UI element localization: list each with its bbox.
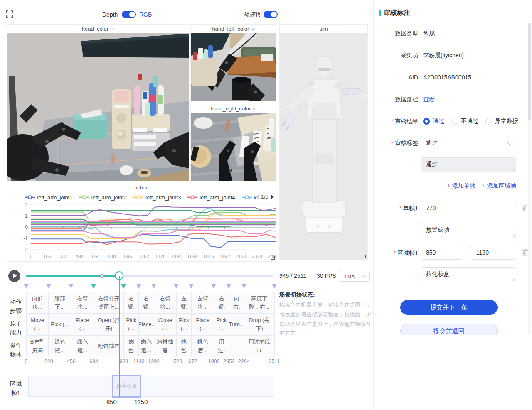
timeline-marker[interactable]: [211, 284, 216, 289]
chevron-down-icon[interactable]: [111, 26, 115, 30]
step-cell[interactable]: 左臂将...: [192, 292, 214, 314]
review-result-option[interactable]: 通过: [423, 118, 444, 125]
timeline-marker[interactable]: [69, 284, 74, 289]
add-single-frame-link[interactable]: + 添加单帧: [447, 182, 475, 190]
review-panel: 审核标注 数据类型: 常规 采集员: 李轶晨(liyichen) AID: A2…: [374, 0, 532, 335]
review-result-option[interactable]: 不通过: [451, 118, 478, 125]
step-cell[interactable]: 左臂.: [177, 292, 192, 314]
play-button[interactable]: [8, 270, 20, 282]
review-tag-select[interactable]: 通过: [421, 136, 516, 150]
submit-next-button[interactable]: 提交并下一条: [400, 300, 498, 315]
region-end-input[interactable]: 1150: [471, 246, 516, 260]
step-cell[interactable]: 桃色唇...: [192, 336, 214, 357]
chevron-down-icon[interactable]: [253, 106, 257, 110]
step-cell[interactable]: Pick (...: [214, 314, 229, 336]
timeline-marker[interactable]: [121, 284, 126, 289]
step-cell[interactable]: Turn...: [229, 314, 244, 336]
step-cell[interactable]: Place (...: [192, 314, 214, 336]
step-cell[interactable]: B户型房间: [26, 336, 49, 357]
segment-right-grip[interactable]: [138, 383, 138, 390]
scene-initial-state: 场景初始状态: 梳妆台在机器人前，化妆盒在桌面上，化妆盒的侧边摆放着物品，化妆品…: [279, 291, 372, 338]
timeline-marker[interactable]: [151, 284, 156, 289]
fullscreen-icon[interactable]: [5, 10, 14, 18]
resize-handle-icon[interactable]: [362, 255, 366, 258]
resize-handle-icon[interactable]: [271, 256, 275, 260]
timeline-marker[interactable]: [136, 284, 141, 289]
step-cell[interactable]: [229, 336, 244, 357]
step-cell[interactable]: 右臂.: [139, 292, 154, 314]
delete-region-frame-icon[interactable]: [522, 249, 529, 256]
step-cell[interactable]: 用过的纸巾: [244, 336, 275, 357]
timeline-marker[interactable]: [272, 284, 277, 289]
step-cell[interactable]: 绿色瓶...: [71, 336, 94, 357]
single-frame-input[interactable]: 770: [421, 201, 516, 215]
step-cell[interactable]: 右臂将...: [154, 292, 177, 314]
step-cell[interactable]: Close (...: [154, 314, 177, 336]
timeline-marker[interactable]: [226, 284, 231, 289]
single-frame-label: 单帧1:: [374, 205, 420, 212]
delete-single-frame-icon[interactable]: [522, 204, 529, 212]
step-cell[interactable]: Drop (丢下): [244, 314, 275, 336]
timeline-marker[interactable]: [46, 284, 51, 289]
step-cell[interactable]: Pick (...: [124, 314, 139, 336]
step-cell[interactable]: Place..: [139, 314, 154, 336]
legend-marker-icon: [133, 195, 143, 199]
step-cell[interactable]: 右臂.: [214, 292, 229, 314]
legend-item[interactable]: left_arm_joint2: [79, 194, 127, 201]
step-cell[interactable]: 向右.: [229, 292, 244, 314]
step-cell[interactable]: 右臂将...: [71, 292, 94, 314]
step-cell[interactable]: Pick (...: [177, 314, 192, 336]
step-cell[interactable]: 右臂.: [124, 292, 139, 314]
legend-item[interactable]: left_arm_joint1: [25, 194, 72, 201]
section-accent-bar: [379, 10, 381, 16]
chevron-down-icon[interactable]: [251, 26, 255, 30]
submit-return-button[interactable]: 提交并返回: [400, 324, 498, 335]
step-cell[interactable]: 绿色瓶...: [49, 336, 71, 357]
row-label-action-steps: 动作步骤: [7, 297, 25, 316]
step-cell[interactable]: 肉色.: [124, 336, 139, 357]
step-cell[interactable]: 桃色.: [177, 336, 192, 357]
step-cell[interactable]: Place (...: [71, 314, 94, 336]
data-path-view-link[interactable]: 查看: [423, 96, 435, 103]
step-cell[interactable]: 用过.: [214, 336, 229, 357]
progress-track[interactable]: [26, 275, 273, 277]
region-frame-note-textarea[interactable]: 拉化妆盒: [421, 267, 516, 282]
single-frame-marker-dot[interactable]: [100, 274, 104, 278]
timeline-marker[interactable]: [241, 284, 246, 289]
step-cell[interactable]: Pick (...: [49, 314, 71, 336]
timeline-marker[interactable]: [174, 284, 179, 289]
review-tag-note-textarea[interactable]: 通过: [421, 157, 516, 172]
review-result-option[interactable]: 异常数据: [485, 118, 518, 125]
step-cell[interactable]: Move (...: [26, 314, 49, 336]
step-cell[interactable]: 腰部下...: [49, 292, 71, 314]
step-cell[interactable]: 高度下降，右...: [244, 292, 275, 314]
region-track-bar[interactable]: 拉化妆盒: [28, 376, 274, 397]
step-cell[interactable]: 向前移...: [26, 292, 49, 314]
segment-left-grip[interactable]: [115, 383, 116, 390]
row-label-objects: 操作物体: [7, 341, 25, 359]
region-segment[interactable]: 拉化妆盒: [112, 375, 141, 398]
speed-select[interactable]: 1.0X: [339, 271, 370, 282]
fps-label: 30 FPS: [317, 273, 336, 279]
trajectory-switch[interactable]: [264, 11, 278, 18]
step-cell[interactable]: 粉饼抽屉: [154, 336, 177, 357]
region-start-value: 850: [426, 249, 436, 256]
legend-item[interactable]: left_arm_joint4: [187, 194, 235, 201]
sim-viewport: [280, 33, 367, 260]
step-cell[interactable]: 肉色透...: [139, 336, 154, 357]
depth-rgb-switch[interactable]: [122, 11, 136, 18]
scrollbar-thumb[interactable]: [528, 23, 531, 120]
legend-item[interactable]: left_arm_joint3: [133, 194, 181, 201]
timeline-axis-label: 1672: [186, 358, 197, 364]
legend-prev-icon[interactable]: [256, 194, 259, 199]
single-frame-note-textarea[interactable]: 放置成功: [421, 223, 516, 238]
timeline-marker[interactable]: [24, 284, 29, 289]
add-region-frame-link[interactable]: + 添加区域帧: [482, 182, 516, 190]
legend-label: left_arm_joint2: [91, 194, 127, 201]
panel-scrollbar[interactable]: [528, 23, 531, 335]
action-chart-title: action: [134, 184, 149, 191]
timeline-marker[interactable]: [189, 284, 194, 289]
legend-next-icon[interactable]: [271, 194, 274, 199]
timeline-marker[interactable]: [91, 284, 96, 289]
region-start-input[interactable]: 850: [421, 246, 463, 260]
